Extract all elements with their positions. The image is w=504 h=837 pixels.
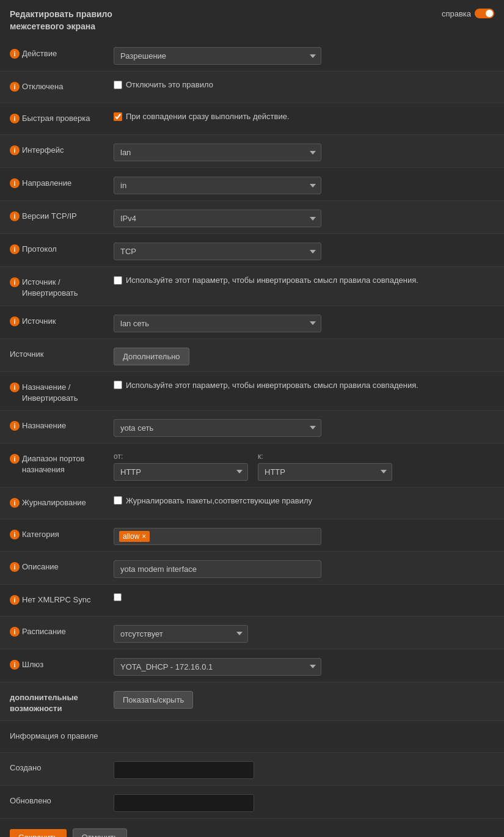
direction-info-icon[interactable]: i [10, 178, 20, 188]
schedule-info-icon[interactable]: i [10, 627, 20, 637]
protocol-info-icon[interactable]: i [10, 244, 20, 254]
interface-label-col: i Интерфейс [10, 141, 114, 156]
cancel-button[interactable]: Отменить [73, 828, 127, 837]
xmlrpc-control [114, 591, 494, 601]
dest-invert-checkbox-text: Используйте этот параметр, чтобы инверти… [126, 381, 418, 390]
category-label-col: i Категория [10, 525, 114, 540]
quick-label-col: i Быстрая проверка [10, 109, 114, 124]
destination-info-icon[interactable]: i [10, 421, 20, 431]
save-button[interactable]: Сохранить [10, 829, 67, 837]
advanced-toggle-button[interactable]: Показать/скрыть [114, 691, 193, 709]
source-advanced-button[interactable]: Дополнительно [114, 348, 189, 365]
category-label: Категория [22, 529, 59, 540]
interface-select[interactable]: lan [114, 144, 321, 161]
port-from-select[interactable]: HTTP [114, 463, 248, 481]
xmlrpc-label: Нет XMLRPC Sync [22, 594, 90, 605]
xmlrpc-info-icon[interactable]: i [10, 595, 20, 605]
action-label: Действие [22, 48, 57, 59]
disabled-row: i Отключена Отключить это правило [0, 71, 504, 103]
port-range-info-icon[interactable]: i [10, 454, 20, 464]
created-input [114, 761, 254, 779]
action-label-col: i Действие [10, 45, 114, 59]
port-to-label: к: [258, 452, 392, 461]
disabled-info-icon[interactable]: i [10, 82, 20, 92]
quick-checkbox-label[interactable]: При совпадении сразу выполнить действие. [114, 112, 290, 121]
schedule-row: i Расписание отсутствует [0, 616, 504, 649]
tcpip-select[interactable]: IPv4 [114, 210, 321, 227]
direction-row: i Направление in [0, 168, 504, 201]
disabled-checkbox-label[interactable]: Отключить это правило [114, 80, 213, 89]
destination-select[interactable]: yota сеть [114, 419, 321, 437]
disabled-control: Отключить это правило [114, 78, 494, 89]
source-invert-info-icon[interactable]: i [10, 277, 20, 287]
quick-checkbox-text: При совпадении сразу выполнить действие. [126, 112, 290, 121]
logging-checkbox-label[interactable]: Журналировать пакеты,соответствующие пра… [114, 496, 312, 505]
source-info-icon[interactable]: i [10, 316, 20, 326]
gateway-control: YOTA_DHCP - 172.16.0.1 [114, 656, 494, 676]
destination-row: i Назначение yota сеть [0, 411, 504, 444]
category-tag-text: allow [123, 532, 139, 541]
source-invert-label: Источник / Инвертировать [22, 277, 114, 299]
logging-info-icon[interactable]: i [10, 498, 20, 508]
dest-invert-checkbox[interactable] [114, 381, 122, 389]
action-info-icon[interactable]: i [10, 49, 20, 59]
description-input[interactable] [114, 560, 321, 578]
title-line2: межсетевого экрана [10, 21, 95, 31]
dest-invert-info-icon[interactable]: i [10, 382, 20, 392]
tcpip-info-icon[interactable]: i [10, 211, 20, 221]
description-info-icon[interactable]: i [10, 562, 20, 572]
gateway-info-icon[interactable]: i [10, 660, 20, 670]
dest-invert-row: i Назначение / Инвертировать Используйте… [0, 372, 504, 411]
title-line1: Редактировать правило [10, 9, 112, 19]
source-invert-checkbox-label[interactable]: Используйте этот параметр, чтобы инверти… [114, 276, 418, 285]
interface-label: Интерфейс [22, 145, 64, 156]
dest-invert-checkbox-label[interactable]: Используйте этот параметр, чтобы инверти… [114, 381, 418, 390]
help-toggle[interactable] [475, 9, 494, 18]
help-label: справка [442, 9, 471, 18]
schedule-select[interactable]: отсутствует [114, 625, 248, 643]
port-to-select[interactable]: HTTP [258, 463, 392, 481]
xmlrpc-checkbox[interactable] [114, 593, 122, 601]
destination-control: yota сеть [114, 417, 494, 437]
logging-label: Журналирование [22, 497, 86, 508]
rule-info-label-col: Информация о правиле [10, 727, 114, 742]
source-extra-control: Дополнительно [114, 345, 494, 365]
port-range-control: от: HTTP к: HTTP [114, 450, 494, 481]
category-tag-container[interactable]: allow × [114, 528, 321, 545]
description-label: Описание [22, 561, 59, 572]
logging-checkbox[interactable] [114, 496, 122, 505]
updated-control [114, 792, 494, 812]
gateway-select[interactable]: YOTA_DHCP - 172.16.0.1 [114, 658, 321, 676]
tcpip-row: i Версии TCP/IP IPv4 [0, 201, 504, 234]
created-label: Создано [10, 762, 41, 773]
dest-invert-control: Используйте этот параметр, чтобы инверти… [114, 378, 494, 390]
category-info-icon[interactable]: i [10, 530, 20, 539]
tcpip-control: IPv4 [114, 207, 494, 227]
advanced-label-col: дополнительные возможности [10, 689, 114, 714]
xmlrpc-label-col: i Нет XMLRPC Sync [10, 591, 114, 605]
source-select[interactable]: lan сеть [114, 315, 321, 332]
protocol-select[interactable]: TCP [114, 243, 321, 260]
direction-select[interactable]: in [114, 177, 321, 194]
direction-label-col: i Направление [10, 174, 114, 189]
protocol-label-col: i Протокол [10, 240, 114, 255]
source-invert-control: Используйте этот параметр, чтобы инверти… [114, 273, 494, 285]
logging-control: Журналировать пакеты,соответствующие пра… [114, 494, 494, 505]
quick-checkbox[interactable] [114, 112, 122, 121]
direction-label: Направление [22, 178, 71, 189]
disabled-checkbox[interactable] [114, 81, 122, 89]
quick-label: Быстрая проверка [22, 113, 90, 124]
source-label: Источник [22, 316, 56, 327]
quick-info-icon[interactable]: i [10, 114, 20, 123]
source-invert-checkbox[interactable] [114, 276, 122, 285]
protocol-label: Протокол [22, 244, 57, 255]
description-row: i Описание [0, 552, 504, 585]
page-title: Редактировать правило межсетевого экрана [10, 9, 112, 32]
interface-info-icon[interactable]: i [10, 145, 20, 155]
port-to-group: к: HTTP [258, 452, 392, 481]
source-extra-row: Источник Дополнительно [0, 339, 504, 372]
advanced-row: дополнительные возможности Показать/скры… [0, 682, 504, 721]
action-select[interactable]: Разрешение [114, 47, 321, 65]
disabled-checkbox-text: Отключить это правило [126, 80, 213, 89]
category-tag-remove[interactable]: × [142, 533, 146, 540]
